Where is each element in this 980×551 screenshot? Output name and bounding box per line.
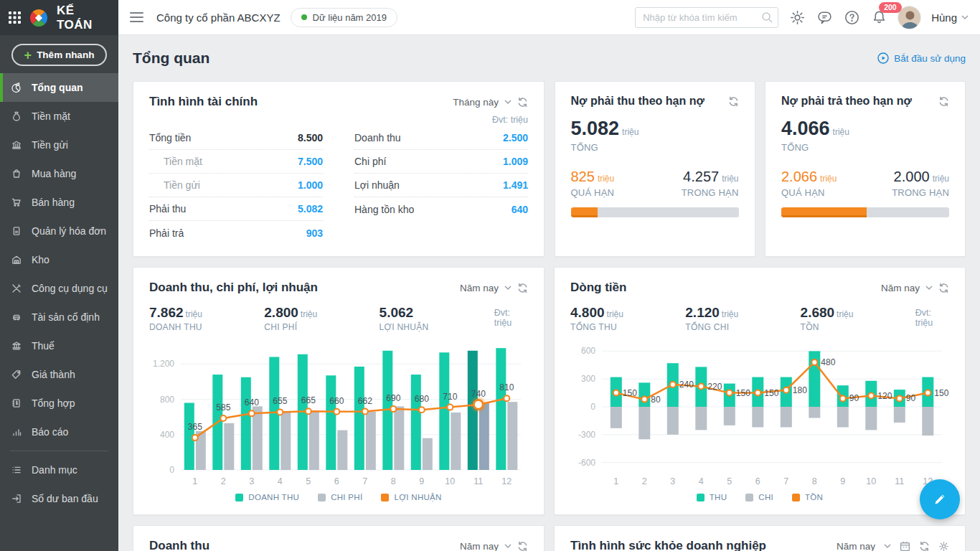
sidebar-item-ban-hang[interactable]: Bán hàng — [0, 188, 118, 217]
period-selector[interactable]: Năm nay — [837, 541, 949, 551]
finance-row-value: 903 — [306, 227, 323, 239]
sidebar-item-gia-thanh[interactable]: Giá thành — [0, 360, 118, 389]
svg-text:3: 3 — [249, 476, 254, 486]
edit-fab-button[interactable] — [920, 479, 960, 519]
in-term-value: 2.000triệu — [892, 169, 949, 185]
search-input[interactable] — [635, 7, 778, 28]
svg-text:680: 680 — [415, 394, 429, 404]
svg-text:6: 6 — [755, 476, 760, 486]
finance-row[interactable]: Phải thu5.082 — [149, 197, 323, 221]
start-using-link[interactable]: Bắt đầu sử dụng — [877, 52, 966, 64]
settings-icon[interactable] — [938, 541, 949, 551]
sidebar-item-tai-san-co-dinh[interactable]: Tài sản cố định — [0, 303, 118, 331]
finance-row[interactable]: Phải trả903 — [149, 221, 323, 245]
data-year-badge[interactable]: Dữ liệu năm 2019 — [291, 8, 397, 27]
finance-row[interactable]: Lợi nhuận1.491 — [354, 174, 528, 197]
search-icon[interactable] — [761, 11, 773, 24]
sidebar-item-tong-quan[interactable]: Tổng quan — [0, 73, 118, 102]
finance-row[interactable]: Tiền mặt7.500 — [149, 150, 323, 174]
sidebar-item-quan-ly-hoa-don[interactable]: Quản lý hóa đơn — [0, 217, 118, 245]
finance-row-value: 640 — [512, 204, 528, 215]
user-menu[interactable]: Hùng — [931, 11, 969, 24]
revenue-card: Doanh thu Năm nay — [133, 525, 545, 551]
sidebar-item-tong-hop[interactable]: Tổng hợp — [0, 389, 118, 418]
finance-row-value: 1.491 — [503, 179, 528, 191]
sidebar-item-danh-muc[interactable]: Danh mục — [0, 456, 118, 484]
bank-icon — [10, 139, 23, 151]
brand-area: KẾ TOÁN — [0, 0, 118, 35]
finance-row[interactable]: Doanh thu2.500 — [354, 126, 528, 150]
app-grid-icon[interactable] — [9, 11, 21, 24]
legend-item[interactable]: THU — [697, 493, 727, 501]
svg-text:8: 8 — [391, 476, 396, 486]
period-selector[interactable]: Tháng này — [453, 97, 528, 108]
svg-text:240: 240 — [679, 380, 694, 390]
chevron-down-icon — [504, 100, 512, 104]
cash-flow-chart[interactable]: -600-30003006001234567891011121508024022… — [570, 336, 948, 489]
settings-gear-icon[interactable] — [788, 9, 806, 26]
finance-row[interactable]: Hàng tồn kho640 — [354, 197, 528, 221]
chat-icon[interactable] — [816, 9, 833, 26]
period-selector[interactable]: Năm nay — [460, 283, 528, 293]
legend-item[interactable]: LỢI NHUẬN — [381, 493, 441, 501]
sidebar-item-bao-cao[interactable]: Báo cáo — [0, 418, 118, 446]
plus-icon: + — [24, 49, 32, 62]
menu-toggle-icon[interactable] — [130, 12, 143, 22]
refresh-icon[interactable] — [517, 541, 528, 551]
sidebar-item-tien-gui[interactable]: Tiền gửi — [0, 131, 118, 159]
help-icon[interactable] — [843, 9, 860, 26]
in-term-label: TRONG HẠN — [682, 187, 739, 198]
finance-row[interactable]: Chi phí1.009 — [354, 150, 528, 174]
sidebar-item-thue[interactable]: Thuế — [0, 331, 118, 360]
revenue-expense-profit-chart[interactable]: 04008001.2001234567891011123655856406556… — [149, 336, 527, 489]
sidebar-item-label: Tiền gửi — [32, 139, 68, 151]
topbar: KẾ TOÁN Công ty cổ phần ABCXYZ Dữ liệu n… — [0, 0, 980, 35]
svg-text:11: 11 — [473, 476, 483, 486]
finance-right-column: Doanh thu2.500Chi phí1.009Lợi nhuận1.491… — [354, 126, 528, 245]
card-title: Doanh thu, chi phí, lợi nhuận — [149, 281, 318, 295]
legend-item[interactable]: CHI — [745, 493, 773, 501]
svg-text:4: 4 — [278, 476, 283, 486]
finance-row[interactable]: Tổng tiền8.500 — [149, 126, 323, 150]
svg-text:665: 665 — [301, 395, 316, 405]
card-title: Tình hình tài chính — [149, 95, 258, 109]
sidebar-item-mua-hang[interactable]: Mua hàng — [0, 159, 118, 188]
sidebar-item-kho[interactable]: Kho — [0, 245, 118, 274]
chevron-down-icon — [961, 15, 969, 19]
period-selector[interactable]: Năm nay — [460, 541, 528, 551]
price-tag-icon — [10, 369, 23, 380]
finance-row-value: 1.009 — [503, 156, 528, 167]
sidebar-item-label: Giá thành — [32, 369, 75, 380]
refresh-icon[interactable] — [517, 283, 528, 293]
finance-row-value: 2.500 — [503, 132, 528, 143]
quick-add-button[interactable]: + Thêm nhanh — [11, 44, 107, 66]
sidebar-item-tien-mat[interactable]: Tiền mặt — [0, 102, 118, 131]
svg-text:5: 5 — [727, 476, 732, 486]
refresh-icon[interactable] — [728, 96, 739, 107]
card-title: Nợ phải thu theo hạn nợ — [571, 95, 705, 108]
svg-text:400: 400 — [160, 430, 174, 440]
legend-item[interactable]: DOANH THU — [235, 493, 299, 501]
finance-row-label: Hàng tồn kho — [354, 204, 414, 215]
svg-text:480: 480 — [821, 357, 835, 367]
legend-item[interactable]: TỒN — [792, 493, 823, 501]
company-name[interactable]: Công ty cổ phần ABCXYZ — [156, 11, 281, 24]
finance-row[interactable]: Tiền gửi1.000 — [149, 174, 323, 197]
sidebar-item-cong-cu-dung-cu[interactable]: Công cụ dụng cụ — [0, 274, 118, 303]
sidebar-item-label: Tổng quan — [32, 82, 83, 93]
sidebar-nav: Tổng quanTiền mặtTiền gửiMua hàngBán hàn… — [0, 73, 118, 513]
refresh-icon[interactable] — [517, 97, 528, 108]
svg-text:2: 2 — [642, 476, 647, 486]
period-selector[interactable]: Năm nay — [881, 283, 949, 293]
refresh-icon[interactable] — [938, 96, 949, 107]
chart-stat: 2.120triệuTỔNG CHI — [685, 305, 800, 332]
notifications-bell-icon[interactable]: 200 — [870, 9, 887, 26]
tools-icon — [10, 283, 23, 294]
calendar-icon[interactable] — [900, 541, 910, 551]
sidebar-item-so-du-ban-dau[interactable]: Số dư ban đầu — [0, 484, 118, 513]
refresh-icon[interactable] — [919, 541, 930, 551]
svg-text:0: 0 — [590, 402, 595, 412]
refresh-icon[interactable] — [938, 283, 949, 293]
svg-text:9: 9 — [840, 476, 845, 486]
legend-item[interactable]: CHI PHÍ — [318, 493, 362, 501]
